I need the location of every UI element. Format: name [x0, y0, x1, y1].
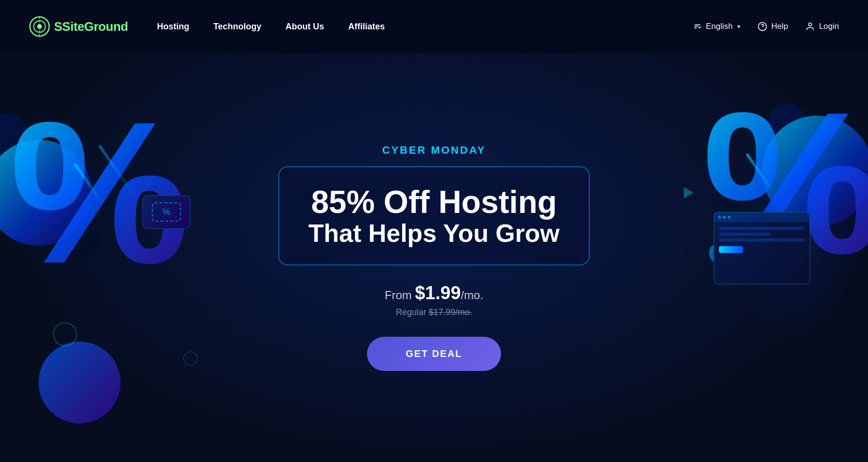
mockup-body [714, 222, 810, 258]
coupon-inner: % [152, 202, 181, 222]
dark-pill-left [0, 106, 108, 266]
mockup-cta-btn [719, 246, 743, 253]
help-icon [758, 22, 767, 31]
mockup-line-3 [719, 238, 805, 241]
diagonal-line-left-2 [98, 145, 136, 198]
screen-mockup [714, 212, 810, 284]
logo-text: SSiteGround [54, 19, 128, 34]
nav-right: English ▾ Help Login [692, 22, 839, 31]
mockup-dot-2 [723, 216, 726, 219]
nav-link-about[interactable]: About Us [285, 22, 324, 32]
price-from: From $1.99/mo. [385, 283, 483, 304]
circle-glow-left [183, 351, 198, 366]
deco-left: % % [0, 53, 241, 462]
percent-small-right: % [708, 236, 743, 280]
mockup-dot-1 [718, 216, 721, 219]
price-section: From $1.99/mo. Regular $17.99/mo. [385, 283, 483, 317]
navbar: SSiteGround Hosting Technology About Us … [0, 0, 868, 53]
translate-icon [692, 22, 702, 31]
percent-left-large: % [10, 92, 190, 294]
circle-outline-left [53, 322, 77, 346]
help-link[interactable]: Help [758, 22, 788, 31]
circle-blue-left [39, 342, 121, 423]
nav-links: Hosting Technology About Us Affiliates [157, 22, 692, 32]
dark-pill-right [760, 96, 868, 256]
deco-right: % % [627, 53, 868, 462]
hero-section: % % % % [0, 53, 868, 462]
get-deal-button[interactable]: GET DEAL [367, 337, 501, 371]
circle-teal-left [0, 140, 92, 246]
promo-event-label: CYBER MONDAY [382, 144, 486, 157]
diagonal-line-right-1 [746, 153, 775, 194]
percent-right-large: % [703, 82, 868, 284]
language-label: English [706, 22, 733, 31]
mockup-dot-3 [728, 216, 731, 219]
logo-icon [29, 16, 50, 37]
promo-headline: 85% Off Hosting [308, 185, 559, 220]
price-regular: Regular $17.99/mo. [396, 307, 472, 317]
user-icon [805, 22, 815, 31]
chevron-down-icon: ▾ [737, 23, 740, 30]
nav-link-hosting[interactable]: Hosting [157, 22, 189, 32]
mockup-titlebar [714, 212, 810, 222]
login-link[interactable]: Login [805, 22, 839, 31]
regular-price: $17.99/mo. [429, 307, 472, 317]
promo-box: 85% Off Hosting That Helps You Grow [278, 166, 589, 265]
promo-subline: That Helps You Grow [308, 220, 559, 247]
logo[interactable]: SSiteGround [29, 16, 128, 37]
hero-content: CYBER MONDAY 85% Off Hosting That Helps … [278, 144, 589, 371]
help-label: Help [771, 22, 788, 31]
price-value: $1.99 [415, 283, 461, 303]
circle-teal-right [762, 116, 868, 226]
nav-link-affiliates[interactable]: Affiliates [348, 22, 385, 32]
svg-point-6 [809, 23, 812, 26]
dark-oval-right [728, 101, 863, 342]
mockup-line-1 [719, 227, 805, 230]
diagonal-line-left-1 [73, 162, 103, 203]
language-selector[interactable]: English ▾ [692, 22, 741, 31]
triangle-right [684, 187, 693, 198]
price-suffix: /mo. [461, 289, 484, 302]
login-label: Login [819, 22, 839, 31]
coupon-icon: % [163, 207, 170, 217]
mockup-line-2 [719, 233, 771, 236]
price-from-prefix: From [385, 289, 415, 302]
coupon-card: % [142, 195, 190, 229]
nav-link-technology[interactable]: Technology [213, 22, 261, 32]
regular-prefix: Regular [396, 307, 429, 317]
